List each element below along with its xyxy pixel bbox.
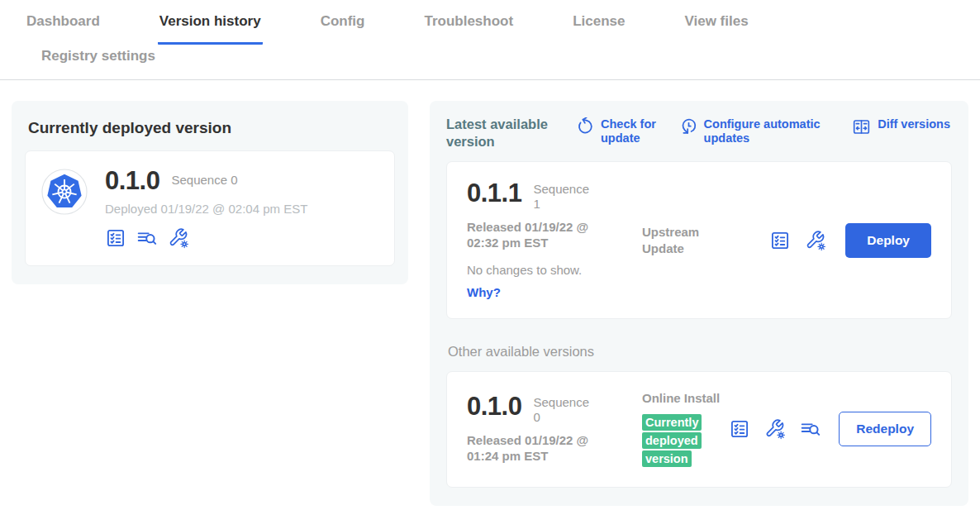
tab-registry-settings[interactable]: Registry settings (40, 46, 157, 79)
currently-deployed-badge: Currently deployed version (642, 414, 702, 467)
deployed-timestamp: Deployed 01/19/22 @ 02:04 pm EST (105, 202, 307, 216)
deploy-logs-icon[interactable] (136, 227, 158, 249)
latest-version-sequence: Sequence 1 (533, 182, 591, 211)
preflight-checks-icon[interactable] (105, 227, 126, 249)
configure-automatic-updates-label: Configure automatic updates (704, 117, 836, 146)
diff-icon (852, 117, 871, 136)
check-for-update-label: Check for update (601, 117, 664, 146)
deploy-button[interactable]: Deploy (845, 223, 931, 258)
other-released-timestamp: Released 01/19/22 @ 01:24 pm EST (467, 432, 614, 465)
tab-view-files[interactable]: View files (683, 12, 749, 45)
current-version-sequence: Sequence 0 (171, 173, 237, 187)
other-available-versions-heading: Other available versions (448, 344, 952, 360)
available-versions-card: Latest available version Check for updat… (430, 101, 968, 506)
nav-tabs-row: Dashboard Version history Config Trouble… (0, 0, 980, 45)
main-content: Currently deployed version (0, 80, 980, 519)
deploy-logs-icon[interactable] (800, 418, 821, 440)
tab-config[interactable]: Config (319, 12, 367, 45)
auto-update-icon (680, 117, 697, 135)
latest-version-source: Upstream Update (642, 224, 721, 256)
redeploy-button[interactable]: Redeploy (839, 412, 931, 446)
latest-available-title: Latest available version (446, 116, 572, 150)
other-version-number: 0.1.0 (467, 393, 521, 419)
diff-versions-link[interactable]: Diff versions (852, 117, 950, 146)
config-icon[interactable] (764, 418, 786, 440)
tab-license[interactable]: License (571, 12, 626, 45)
other-version-sequence: Sequence 0 (533, 395, 591, 424)
no-changes-text: No changes to show. (467, 263, 642, 277)
configure-automatic-updates-link[interactable]: Configure automatic updates (680, 117, 836, 146)
currently-deployed-card: Currently deployed version (12, 101, 408, 284)
current-version-box: 0.1.0 Sequence 0 Deployed 01/19/22 @ 02:… (25, 150, 395, 266)
config-icon[interactable] (805, 230, 826, 251)
latest-released-timestamp: Released 01/19/22 @ 02:32 pm EST (467, 219, 614, 251)
tab-version-history[interactable]: Version history (158, 12, 263, 45)
latest-version-row: 0.1.1 Sequence 1 Released 01/19/22 @ 02:… (446, 161, 952, 319)
config-icon[interactable] (168, 227, 189, 249)
latest-version-number: 0.1.1 (467, 180, 521, 206)
why-link[interactable]: Why? (467, 285, 501, 299)
tab-troubleshoot[interactable]: Troubleshoot (422, 12, 515, 45)
other-version-source: Online Install (642, 390, 721, 407)
diff-versions-label: Diff versions (878, 117, 950, 131)
currently-deployed-title: Currently deployed version (28, 119, 395, 137)
kubernetes-logo-icon (40, 168, 88, 216)
tab-dashboard[interactable]: Dashboard (25, 12, 102, 45)
nav-tabs-row-2: Registry settings (0, 45, 980, 79)
check-for-update-link[interactable]: Check for update (577, 117, 664, 146)
preflight-checks-icon[interactable] (769, 230, 791, 251)
preflight-checks-icon[interactable] (729, 418, 750, 440)
top-nav: Dashboard Version history Config Trouble… (0, 0, 980, 80)
other-version-row: 0.1.0 Sequence 0 Released 01/19/22 @ 01:… (446, 371, 952, 488)
refresh-icon (577, 117, 594, 135)
current-version-number: 0.1.0 (105, 168, 159, 193)
version-actions: Check for update Configure automatic upd… (572, 117, 952, 146)
